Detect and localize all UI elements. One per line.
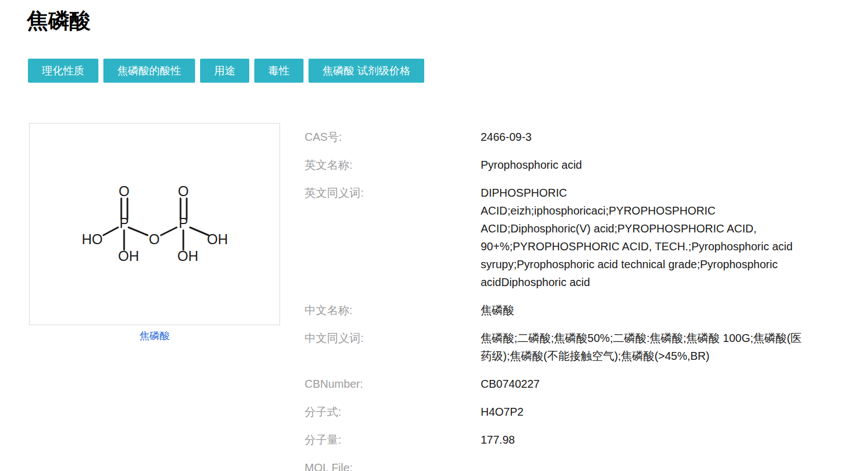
info-row-molecular-formula: 分子式: H4O7P2 [305,398,824,426]
atom-oh-bottom-right: OH [177,248,198,264]
info-value-mol-file: 2466-09-3.mol [481,459,823,471]
info-value-chinese-name: 焦磷酸 [481,301,823,319]
info-row-cas-number: CAS号: 2466-09-3 [305,123,824,151]
info-value-molecular-formula: H4O7P2 [481,403,823,421]
atom-p-right: P [179,215,188,231]
atom-p-left: P [120,215,129,231]
tab-physicochemical-properties[interactable]: 理化性质 [28,59,98,83]
main-content: O O P P HO O OH OH OH 焦磷酸 CAS号: 2466-09-… [27,123,868,471]
molecule-drawing: O O P P HO O OH OH OH [30,123,279,325]
info-label-mol-file: MOL File: [305,459,481,471]
tab-acidity[interactable]: 焦磷酸的酸性 [103,59,195,83]
info-row-chinese-synonyms: 中文同义词: 焦磷酸;二磷酸;焦磷酸50%;二磷酸:焦磷酸;焦磷酸 100G;焦… [305,324,824,370]
bond-p-obridge-left [129,227,148,235]
tab-uses[interactable]: 用途 [200,59,249,83]
structure-column: O O P P HO O OH OH OH 焦磷酸 [29,123,280,342]
atom-o-bridge: O [149,231,159,247]
info-label-cbnumber: CBNumber: [305,375,481,393]
atom-ho-left: HO [82,231,103,247]
info-label-chinese-name: 中文名称: [305,301,481,319]
info-value-chinese-synonyms: 焦磷酸;二磷酸;焦磷酸50%;二磷酸:焦磷酸;焦磷酸 100G;焦磷酸(医 药级… [481,329,823,365]
tab-reagent-grade-price[interactable]: 焦磷酸 试剂级价格 [309,59,424,83]
info-row-molecular-weight: 分子量: 177.98 [305,426,824,454]
info-value-cbnumber: CB0740227 [481,375,823,393]
bond-ho-p [103,227,118,235]
info-table: CAS号: 2466-09-3 英文名称: Pyrophosphoric aci… [305,123,824,471]
atom-oh-bottom-left: OH [118,248,139,264]
chemical-detail-page: 焦磷酸 理化性质 焦磷酸的酸性 用途 毒性 焦磷酸 试剂级价格 [0,0,868,471]
structure-caption-link[interactable]: 焦磷酸 [29,329,280,342]
info-value-english-name: Pyrophosphoric acid [481,156,823,174]
info-label-molecular-formula: 分子式: [305,403,481,421]
section-tab-bar: 理化性质 焦磷酸的酸性 用途 毒性 焦磷酸 试剂级价格 [28,59,868,83]
bond-p-oh-right [190,227,208,235]
tab-toxicity[interactable]: 毒性 [254,59,303,83]
info-value-molecular-weight: 177.98 [481,431,823,449]
info-label-molecular-weight: 分子量: [305,431,481,449]
structure-image: O O P P HO O OH OH OH [29,123,280,325]
info-value-english-synonyms: DIPHOSPHORIC ACID;eizh;iphosphoricaci;PY… [481,184,823,291]
info-label-english-name: 英文名称: [305,156,481,174]
atom-oh-right: OH [207,231,228,247]
info-row-mol-file: MOL File: 2466-09-3.mol [305,454,824,471]
info-row-cbnumber: CBNumber: CB0740227 [305,370,824,398]
info-row-english-synonyms: 英文同义词: DIPHOSPHORIC ACID;eizh;iphosphori… [305,179,824,296]
info-row-chinese-name: 中文名称: 焦磷酸 [305,296,824,324]
atom-o-top-right: O [178,183,188,199]
page-title: 焦磷酸 [27,8,868,34]
info-label-chinese-synonyms: 中文同义词: [305,329,481,365]
atom-o-top-left: O [118,183,129,199]
info-value-cas: 2466-09-3 [481,128,823,146]
info-row-english-name: 英文名称: Pyrophosphoric acid [305,151,824,179]
info-label-cas: CAS号: [305,128,481,146]
bond-obridge-p-right [161,227,177,235]
info-label-english-synonyms: 英文同义词: [305,184,481,291]
